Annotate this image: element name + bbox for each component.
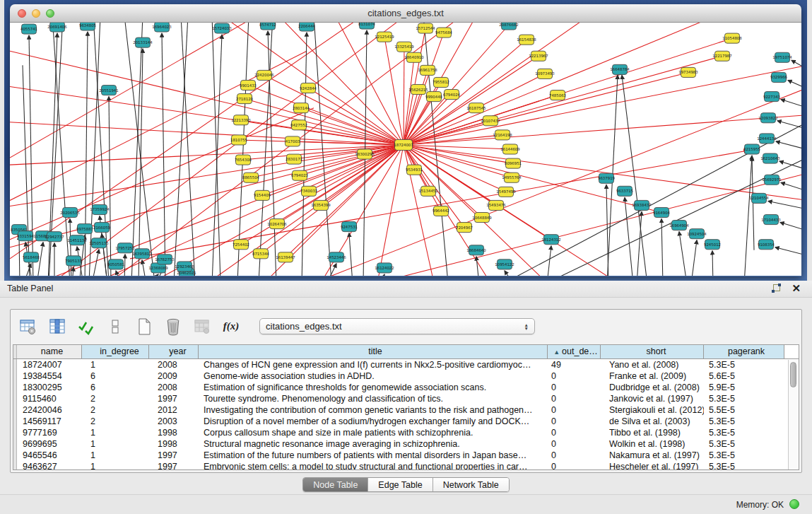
- tab-node-table[interactable]: Node Table: [303, 478, 368, 491]
- table-cell[interactable]: 6: [82, 370, 149, 382]
- network-node-cited[interactable]: 12164198: [493, 130, 512, 140]
- network-node-citing[interactable]: 15724033: [212, 23, 231, 33]
- network-node-cited[interactable]: 16144609: [500, 144, 520, 154]
- network-window-titlebar[interactable]: citations_edges.txt: [10, 4, 801, 23]
- network-node-citing[interactable]: 9633715: [616, 186, 633, 196]
- table-cell[interactable]: Changes of HCN gene expression and I(f) …: [199, 359, 548, 370]
- table-row[interactable]: 946362711997Embryonic stem cells: a mode…: [13, 461, 799, 470]
- float-panel-icon[interactable]: [772, 284, 781, 293]
- network-node-citing[interactable]: 17104433: [761, 215, 780, 225]
- network-node-citing[interactable]: 16648784: [610, 64, 630, 74]
- table-vertical-scrollbar[interactable]: [788, 360, 799, 469]
- network-node-citing[interactable]: 20551941: [99, 85, 118, 95]
- network-node-citing[interactable]: 10924504: [687, 229, 707, 239]
- table-cell[interactable]: 5.3E-5: [704, 359, 784, 370]
- network-node-citing[interactable]: 7905133: [65, 256, 82, 266]
- network-node-cited[interactable]: 8715344: [252, 249, 270, 259]
- table-cell[interactable]: Hescheler et al. (1997): [601, 461, 704, 470]
- network-node-cited[interactable]: 12213393: [231, 115, 250, 125]
- tab-edge-table[interactable]: Edge Table: [368, 478, 433, 491]
- network-node-citing[interactable]: 11451134: [67, 235, 87, 245]
- table-cell[interactable]: 5.3E-5: [704, 393, 784, 404]
- network-node-cited[interactable]: 6794023: [291, 170, 308, 180]
- network-node-citing[interactable]: 5618468: [23, 252, 40, 262]
- network-node-cited[interactable]: 9901433: [240, 80, 257, 90]
- table-cell[interactable]: 2: [82, 416, 149, 427]
- network-node-citing[interactable]: 12444134: [757, 134, 777, 144]
- table-cell[interactable]: 5.3E-5: [704, 461, 784, 470]
- network-node-cited[interactable]: 10264706: [267, 219, 287, 229]
- network-node-cited[interactable]: 12213967: [529, 51, 548, 61]
- network-node-cited[interactable]: 2803144: [293, 103, 310, 113]
- table-cell[interactable]: Estimation of the future numbers of pati…: [199, 450, 548, 461]
- table-cell[interactable]: 0: [548, 370, 601, 382]
- table-cell[interactable]: 22420046: [17, 404, 82, 416]
- network-node-cited[interactable]: 8865504: [242, 173, 260, 182]
- table-cell[interactable]: Yano et al. (2008): [601, 359, 704, 370]
- network-node-cited[interactable]: 12217987: [712, 51, 731, 61]
- table-cell[interactable]: 2009: [149, 370, 199, 382]
- network-node-cited[interactable]: 9964442: [433, 206, 449, 216]
- table-cell[interactable]: Investigating the contribution of common…: [199, 404, 548, 416]
- table-cell[interactable]: 18724007: [17, 359, 82, 370]
- network-node-cited[interactable]: 2830171: [286, 154, 302, 164]
- table-cell[interactable]: 0: [548, 461, 601, 470]
- column-header-pagerank[interactable]: pagerank: [704, 345, 784, 358]
- network-node-cited[interactable]: 16154838: [517, 35, 536, 45]
- network-node-cited[interactable]: 7204967: [456, 223, 473, 233]
- table-cell[interactable]: 1: [82, 427, 149, 438]
- network-node-citing[interactable]: 12093822: [758, 113, 777, 123]
- network-node-cited[interactable]: 7485063: [549, 90, 566, 100]
- network-node-citing[interactable]: 9247531: [341, 222, 358, 232]
- table-row[interactable]: 946554611997Estimation of the future num…: [13, 450, 799, 461]
- network-node-cited[interactable]: 22420046: [254, 70, 274, 80]
- network-node-citing[interactable]: 2166059: [93, 223, 111, 233]
- table-cell[interactable]: 2: [82, 404, 149, 416]
- network-node-cited[interactable]: 13325419: [394, 42, 414, 52]
- network-node-cited[interactable]: 7955812: [433, 77, 449, 87]
- network-node-citing[interactable]: 10954122: [495, 259, 514, 269]
- network-node-citing[interactable]: 9634805: [79, 23, 96, 30]
- network-node-cited[interactable]: 7340033: [300, 186, 317, 196]
- table-cell[interactable]: 5.5E-5: [704, 404, 784, 416]
- column-header-out-de-[interactable]: ▲out_de…: [548, 345, 601, 358]
- network-node-citing[interactable]: 8215955: [743, 144, 760, 154]
- table-row[interactable]: 911546021997Tourette syndrome. Phenomeno…: [13, 393, 799, 404]
- table-cell[interactable]: 0: [548, 393, 601, 404]
- network-node-citing[interactable]: 18684640: [466, 245, 486, 255]
- column-header-short[interactable]: short: [601, 345, 704, 358]
- table-cell[interactable]: Estimation of significance thresholds fo…: [199, 382, 548, 393]
- network-node-citing[interactable]: 20876682: [499, 23, 518, 30]
- table-cell[interactable]: 18300295: [17, 382, 82, 393]
- network-node-citing[interactable]: 4055741: [20, 24, 37, 34]
- function-builder-icon[interactable]: f(x): [220, 316, 242, 337]
- tab-network-table[interactable]: Network Table: [433, 478, 509, 491]
- table-cell[interactable]: 9463627: [17, 461, 82, 470]
- column-header-title[interactable]: title: [199, 345, 548, 358]
- table-cell[interactable]: Tibbo et al. (1998): [601, 427, 704, 438]
- network-node-cited[interactable]: 18724007: [394, 139, 413, 150]
- network-node-cited[interactable]: 16961758: [418, 65, 437, 75]
- network-node-cited[interactable]: 16354399: [311, 200, 331, 210]
- scrollbar-thumb[interactable]: [790, 362, 796, 387]
- table-cell[interactable]: 1997: [149, 393, 199, 404]
- network-canvas[interactable]: 1872400722420046990143327181201221339318…: [10, 23, 801, 276]
- table-cell[interactable]: 2012: [149, 404, 199, 416]
- select-all-rows-icon[interactable]: [76, 316, 97, 337]
- table-cell[interactable]: 2008: [149, 359, 199, 370]
- zoom-window-button[interactable]: [46, 9, 54, 18]
- network-node-cited[interactable]: 19734983: [678, 67, 698, 77]
- table-cell[interactable]: 49: [548, 359, 601, 370]
- table-cell[interactable]: Structural magnetic resonance image aver…: [199, 438, 548, 450]
- table-cell[interactable]: Stergiakouli et al. (2012): [601, 404, 704, 416]
- network-node-citing[interactable]: 15692971: [762, 175, 781, 185]
- network-node-cited[interactable]: 9154409: [254, 190, 271, 200]
- table-cell[interactable]: 14569117: [17, 416, 82, 427]
- network-node-cited[interactable]: 9475684: [435, 28, 453, 37]
- network-node-cited[interactable]: 9534931: [406, 165, 423, 175]
- table-cell[interactable]: Franke et al. (2009): [601, 370, 704, 382]
- close-panel-icon[interactable]: ✕: [792, 282, 801, 295]
- network-node-cited[interactable]: 10973493: [535, 69, 554, 78]
- table-cell[interactable]: Wolkin et al. (1998): [601, 438, 704, 450]
- network-node-cited[interactable]: 16139447: [276, 252, 295, 262]
